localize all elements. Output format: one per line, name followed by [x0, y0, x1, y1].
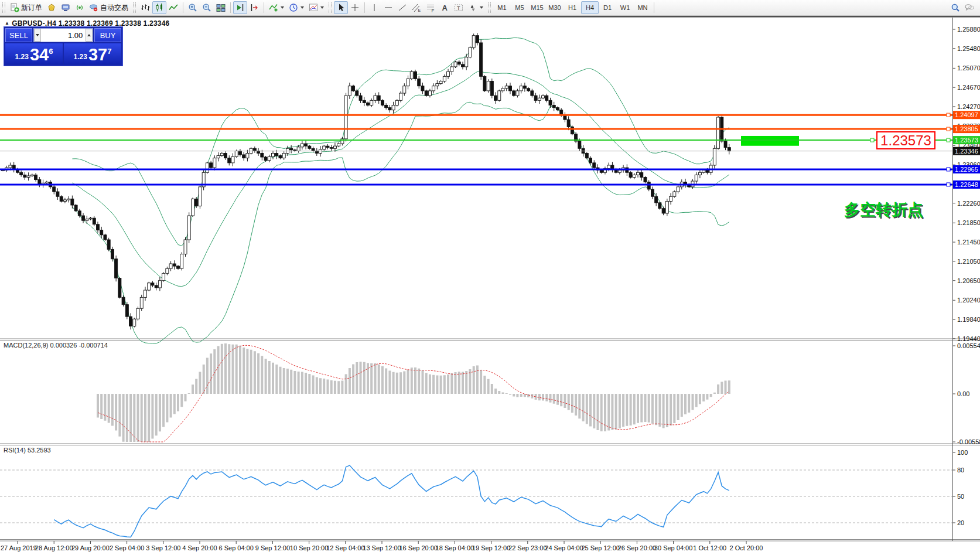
timeframe-mn-button[interactable]: MN [634, 1, 651, 14]
chevron-down-icon [281, 6, 284, 9]
timeframe-w1-button[interactable]: W1 [616, 1, 634, 14]
indicators-icon [269, 3, 278, 12]
svg-text:22 Sep 23:00: 22 Sep 23:00 [508, 544, 547, 551]
hline-object-1.23805[interactable]: 1.23805 [0, 125, 980, 133]
toolbar-buttons: 新订单自动交易EFATM1M5M15M30H1H4D1W1MN [0, 1, 657, 14]
text-button[interactable]: A [438, 1, 452, 14]
toolbar-separator [230, 2, 231, 13]
toolbar-grip [2, 2, 5, 13]
volume-decrease-button[interactable] [34, 29, 41, 42]
rsi-indicator-label: RSI(14) 53.2593 [4, 447, 51, 454]
chevron-down-icon [320, 6, 324, 9]
annotation-text-object[interactable]: 多空转折点 [844, 199, 923, 220]
collapse-triangle-icon[interactable]: ▲ [5, 21, 9, 26]
market-watch-button[interactable] [45, 1, 59, 14]
svg-text:1.24670: 1.24670 [957, 84, 980, 91]
line-icon [169, 3, 178, 12]
periods-button[interactable] [286, 1, 306, 14]
svg-text:0.005543: 0.005543 [957, 342, 980, 349]
svg-text:1.21850: 1.21850 [957, 219, 980, 226]
svg-text:1.23805: 1.23805 [955, 125, 978, 132]
pane-frame [0, 16, 980, 542]
svg-text:100: 100 [957, 449, 968, 456]
svg-text:2 Oct 20:00: 2 Oct 20:00 [730, 544, 763, 551]
price-callout-label[interactable]: 1.23573 [876, 131, 935, 149]
equidistant-channel-button[interactable]: E [409, 1, 424, 14]
volume-input[interactable] [41, 29, 86, 42]
chart-line-button[interactable] [166, 1, 180, 14]
svg-text:1.21050: 1.21050 [957, 258, 980, 265]
svg-text:1.25880: 1.25880 [957, 26, 980, 33]
svg-text:1.20650: 1.20650 [957, 277, 980, 284]
zoom-in-icon [188, 3, 197, 12]
timeframe-mn-label: MN [637, 4, 647, 11]
svg-text:1.24270: 1.24270 [957, 103, 980, 110]
hline-handle[interactable] [870, 138, 874, 142]
toolbar-grip [133, 2, 136, 13]
chart-bars-button[interactable] [138, 1, 152, 14]
vertical-line-button[interactable] [367, 1, 381, 14]
hline-object-1.23573[interactable]: 1.23573 [0, 136, 980, 144]
indicators-button[interactable] [267, 1, 286, 14]
horizontal-line-button[interactable] [381, 1, 395, 14]
chat-button[interactable] [962, 1, 976, 14]
new-order-button[interactable]: 新订单 [8, 1, 45, 14]
timeframe-m1-button[interactable]: M1 [493, 1, 511, 14]
timeframe-d1-label: D1 [603, 4, 612, 11]
crosshair-button[interactable] [348, 1, 362, 14]
hline-object-1.24097[interactable]: 1.24097 [0, 111, 980, 119]
hline-object-1.22648[interactable]: 1.22648 [0, 181, 980, 189]
sell-price-button[interactable]: 1.23 34 6 [5, 43, 63, 64]
chart-shift-button[interactable] [247, 1, 261, 14]
toolbar-separator [364, 2, 365, 13]
zoom-out-icon [202, 3, 211, 12]
chart-canvas[interactable]: 1.233461.258801.254801.250701.246701.242… [0, 0, 980, 555]
chat-icon [965, 3, 974, 12]
arrows-button[interactable] [466, 1, 486, 14]
volume-increase-button[interactable] [86, 29, 93, 42]
shift-icon [250, 3, 259, 12]
cursor-button[interactable] [334, 1, 348, 14]
timeframe-m5-button[interactable]: M5 [511, 1, 528, 14]
timeframe-h4-button[interactable]: H4 [581, 1, 599, 14]
signals-icon [75, 3, 84, 12]
one-click-prices: 1.23 34 6 1.23 37 7 [5, 43, 121, 64]
zoom-in-button[interactable] [186, 1, 200, 14]
svg-text:18 Sep 04:00: 18 Sep 04:00 [436, 544, 474, 551]
timeframe-m30-label: M30 [548, 4, 561, 11]
text-icon: A [440, 3, 449, 12]
timeframe-m30-button[interactable]: M30 [546, 1, 564, 14]
fibonacci-button[interactable]: F [424, 1, 438, 14]
auto-scroll-button[interactable] [233, 1, 247, 14]
buy-price-point: 7 [107, 47, 111, 56]
highlight-rectangle-object[interactable] [741, 136, 799, 146]
zoom-out-button[interactable] [200, 1, 214, 14]
svg-text:1.25070: 1.25070 [957, 64, 980, 71]
svg-text:E: E [418, 8, 421, 12]
text-label-button[interactable]: T [452, 1, 466, 14]
sell-price-pips: 34 [30, 46, 49, 63]
timeframe-m15-button[interactable]: M15 [528, 1, 546, 14]
navigator-button[interactable] [59, 1, 73, 14]
auto-trading-button[interactable]: 自动交易 [87, 1, 131, 14]
triangle-up-icon [87, 34, 91, 36]
timeframe-d1-button[interactable]: D1 [599, 1, 616, 14]
timeframe-h1-button[interactable]: H1 [564, 1, 581, 14]
tile-icon [216, 3, 226, 12]
channel-icon: E [412, 3, 421, 12]
search-button[interactable] [948, 1, 962, 14]
buy-price-button[interactable]: 1.23 37 7 [64, 43, 121, 64]
chart-window[interactable]: 1.233461.258801.254801.250701.246701.242… [0, 16, 980, 555]
auto-trading-label: 自动交易 [100, 3, 128, 13]
svg-text:1.20240: 1.20240 [957, 297, 980, 304]
signals-button[interactable] [73, 1, 87, 14]
trendline-button[interactable] [395, 1, 409, 14]
tile-windows-button[interactable] [214, 1, 228, 14]
sell-button[interactable]: SELL [5, 28, 32, 42]
svg-text:50: 50 [957, 493, 964, 500]
timeframe-m1-label: M1 [497, 4, 506, 11]
hline-object-1.22965[interactable]: 1.22965 [0, 165, 980, 173]
buy-button[interactable]: BUY [94, 28, 121, 42]
chart-candles-button[interactable] [152, 1, 166, 14]
templates-button[interactable] [306, 1, 326, 14]
